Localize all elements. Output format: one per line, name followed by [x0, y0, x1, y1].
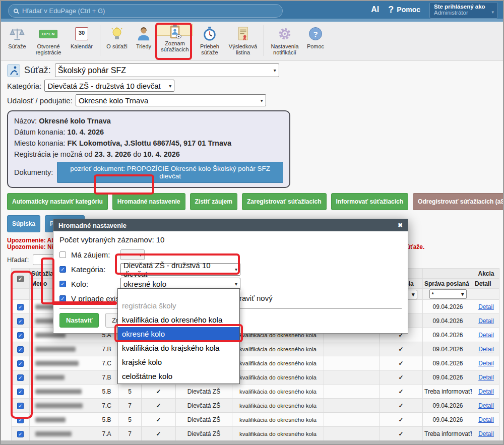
row-checkbox[interactable] — [17, 318, 24, 325]
cell-message: 09.04.2026 — [423, 342, 473, 356]
detail-link[interactable]: Detail — [478, 374, 494, 381]
action-button-zisti-z-ujem[interactable]: Zistiť záujem — [190, 193, 237, 210]
cell-class: 7.A — [95, 427, 118, 441]
modal-kolo-label: Kolo: — [71, 280, 120, 288]
cell-grade: 7 — [118, 399, 142, 413]
ma-zaujem-select[interactable]: ▾ — [120, 249, 145, 260]
toolbar-item-label: O súťaži — [106, 43, 127, 49]
table-row: 7.B7✓Dievčatá ZŠkvalifikácia do okresnéh… — [12, 342, 499, 356]
detail-link[interactable]: Detail — [478, 303, 494, 310]
toolbar-separator — [264, 25, 264, 56]
kolo-option[interactable]: registrácia školy — [118, 299, 239, 313]
detail-link[interactable]: Detail — [478, 346, 494, 353]
action-button-automaticky-nastavi-kateg-riu[interactable]: Automaticky nastaviť kategóriu — [7, 193, 108, 210]
table-row: 5.B5✓Dievčatá ZŠkvalifikácia do okresnéh… — [12, 385, 499, 399]
blurred-name — [35, 403, 83, 408]
action-button-odregistrova-s-a-iacich-asc[interactable]: Odregistrovať súťažiacich (aSc) — [413, 193, 504, 210]
kolo-checkbox[interactable] — [59, 281, 66, 287]
runner-icon — [7, 64, 20, 77]
toolbar-item-label: Priebeh súťaže — [195, 43, 224, 55]
row-checkbox[interactable] — [17, 403, 24, 409]
toolbar-item-stopwatch[interactable]: Priebeh súťaže — [195, 24, 224, 55]
toolbar-item-label: Súťaže — [8, 43, 26, 49]
kolo-option[interactable]: kvalifikácia do okresného kola — [118, 313, 239, 327]
toolbar-item-gear[interactable]: Nastavenia notifikácií — [267, 24, 302, 55]
close-icon[interactable]: ✖ — [398, 222, 403, 229]
cell-round: kvalifikácia do okresného kola — [232, 427, 324, 441]
row-checkbox[interactable] — [17, 360, 24, 367]
user-menu[interactable]: Ste prihlásený ako Administrátor ▾ — [429, 2, 498, 19]
toolbar-item-label: Triedy — [136, 43, 151, 49]
kolo-option[interactable]: kvalifikácia do krajského kola — [118, 341, 239, 355]
existing-record-label-right: raviť nový — [239, 294, 273, 302]
col-header-detail: Detail — [473, 279, 499, 289]
select-all-checkbox[interactable] — [17, 276, 24, 282]
detail-link[interactable]: Detail — [478, 430, 494, 437]
detail-link[interactable]: Detail — [478, 332, 494, 339]
toolbar-item-question[interactable]: ?Pomoc — [304, 24, 327, 49]
set-button[interactable]: Nastaviť — [59, 313, 99, 328]
existing-record-checkbox[interactable] — [59, 295, 66, 302]
row-checkbox[interactable] — [17, 304, 24, 310]
toolbar-item-calendar[interactable]: 30Kalendár — [68, 24, 96, 49]
sutaz-select[interactable]: Školský pohár SFZ▾ — [55, 63, 279, 77]
table-search-label: Hľadať: — [7, 256, 29, 264]
detail-link[interactable]: Detail — [478, 416, 494, 423]
cell-grade: 5 — [118, 385, 142, 399]
kategoria-select[interactable]: Dievčatá ZŠ - družstvá 10 dievčat▾ — [44, 80, 174, 92]
cell-round: kvalifikácia do okresného kola — [232, 399, 324, 413]
modal-title: Hromadné nastavenie — [58, 222, 127, 229]
action-button-informova-s-a-iacich[interactable]: Informovať súťažiacich — [331, 193, 409, 210]
help-question-icon[interactable]: ? — [388, 5, 394, 15]
toolbar-item-scales[interactable]: Súťaže — [5, 24, 29, 49]
row-checkbox[interactable] — [17, 332, 24, 339]
toolbar-item-bulb[interactable]: O súťaži — [103, 24, 131, 49]
row-checkbox[interactable] — [17, 417, 24, 423]
toolbar-item-clipboard[interactable]: Zoznam súťažiacich — [157, 24, 193, 36]
cell-round: kvalifikácia do okresného kola — [232, 370, 324, 385]
toolbar-item-open-sign[interactable]: OPENOtvorené registrácie — [31, 24, 66, 55]
cell-message: 09.04.2026 — [423, 413, 473, 427]
search-input[interactable] — [22, 7, 277, 15]
detail-link[interactable]: Detail — [478, 360, 494, 367]
row-checkbox[interactable] — [17, 431, 24, 437]
global-search[interactable] — [8, 4, 283, 18]
cell-message: Treba informovať! — [423, 427, 473, 441]
detail-link[interactable]: Detail — [478, 388, 494, 395]
kolo-option[interactable]: okresné kolo — [118, 327, 239, 341]
kolo-option[interactable]: krajské kolo — [118, 355, 239, 369]
top-bar: AI ? Pomoc Ste prihlásený ako Administrá… — [1, 1, 503, 22]
cell-round: kvalifikácia do okresného kola — [232, 413, 324, 427]
cell-class: 5.B — [95, 413, 118, 427]
table-row: 7.C7✓Dievčatá ZŠkvalifikácia do okresnéh… — [12, 399, 499, 413]
row-checkbox[interactable] — [17, 374, 24, 381]
row-checkbox[interactable] — [17, 346, 24, 353]
blurred-name — [35, 375, 65, 380]
toolbar: SúťažeOPENOtvorené registrácie30Kalendár… — [1, 22, 503, 60]
toolbar-item-certificate[interactable]: Výsledková listina — [226, 24, 260, 55]
udalost-select[interactable]: Okresné kolo Trnava▾ — [76, 94, 266, 106]
kategoria-checkbox[interactable] — [59, 266, 66, 273]
ma-zaujem-checkbox[interactable] — [59, 251, 66, 258]
sprava-filter-select[interactable]: *▾ — [429, 289, 467, 299]
toolbar-item-person[interactable]: Triedy — [133, 24, 155, 49]
action-button-hromadn-nastavenie[interactable]: Hromadné nastavenie — [112, 193, 185, 210]
cell-round: kvalifikácia do okresného kola — [232, 356, 324, 370]
view-document-button[interactable]: pozrieť dokument: PROPOZÍCIE Okresné kol… — [57, 162, 283, 183]
kolo-option[interactable] — [118, 289, 239, 299]
ai-button[interactable]: AI — [371, 5, 379, 14]
row-checkbox[interactable] — [17, 389, 24, 395]
table-row: 7.B7✓Dievčatá ZŠkvalifikácia do okresnéh… — [12, 370, 499, 385]
action-button-s-piska[interactable]: Súpiska — [7, 215, 40, 232]
kolo-option[interactable]: celoštátne kolo — [118, 369, 239, 384]
modal-kategoria-label: Kategória: — [71, 265, 120, 274]
detail-link[interactable]: Detail — [478, 402, 494, 409]
help-button[interactable]: Pomoc — [397, 6, 420, 14]
clipboard-icon — [167, 24, 182, 39]
interest-check-icon: ✓ — [142, 427, 176, 441]
action-button-zaregistrova-s-a-iacich[interactable]: Zaregistrovať súťažiacich — [242, 193, 327, 210]
col-header-sprava: Správa poslaná — [423, 279, 473, 289]
detail-link[interactable]: Detail — [478, 317, 494, 325]
toolbar-item-label: Zoznam súťažiacich — [160, 40, 190, 52]
modal-kategoria-select[interactable]: Dievčatá ZŠ - družstvá 10 dievčat▾ — [120, 263, 240, 276]
